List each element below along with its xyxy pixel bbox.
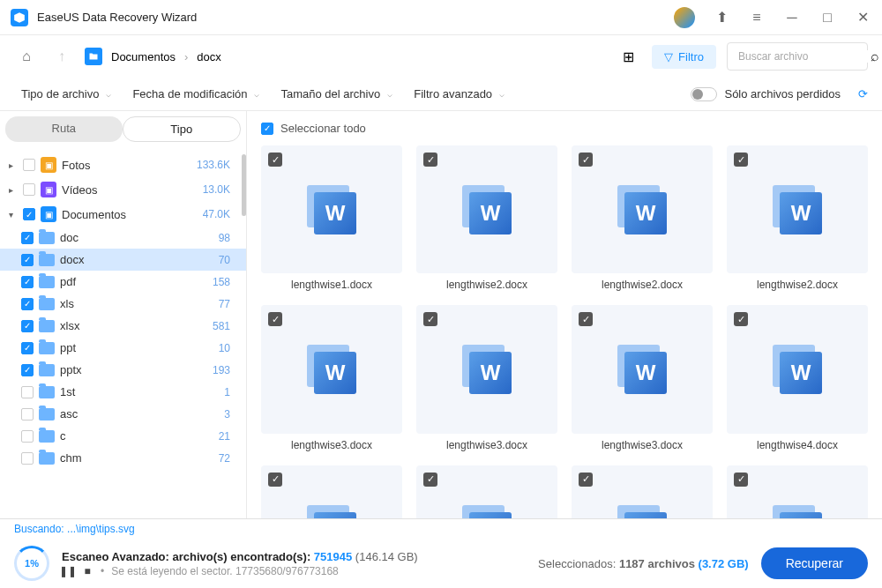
checkbox[interactable]: ✓ <box>21 232 34 244</box>
file-name: lengthwise2.docx <box>572 279 713 291</box>
breadcrumb-root[interactable]: Documentos <box>111 50 176 63</box>
file-card[interactable]: ✓ W <box>572 465 713 518</box>
home-button[interactable]: ⌂ <box>14 44 39 69</box>
file-checkbox[interactable]: ✓ <box>423 312 437 326</box>
close-icon[interactable]: ✕ <box>854 9 871 26</box>
file-card[interactable]: ✓ W lengthwise3.docx <box>261 305 402 450</box>
checkbox[interactable]: ✓ <box>21 254 34 266</box>
caret-icon[interactable]: ▸ <box>9 185 18 195</box>
checkbox[interactable] <box>21 408 34 421</box>
checkbox[interactable] <box>21 430 34 443</box>
file-thumb[interactable]: ✓ W <box>572 145 713 273</box>
tree-subfolder[interactable]: ✓ xls 77 <box>0 293 246 315</box>
pause-button[interactable]: ❚❚ <box>62 565 74 577</box>
tree-category[interactable]: ▸ ▣ Fotos 133.6K <box>0 153 246 177</box>
tree-subfolder[interactable]: ✓ ppt 10 <box>0 337 246 359</box>
recover-button[interactable]: Recuperar <box>761 547 868 579</box>
file-checkbox[interactable]: ✓ <box>268 473 282 487</box>
checkbox[interactable] <box>21 386 34 398</box>
checkbox[interactable]: ✓ <box>21 320 34 332</box>
file-thumb[interactable]: ✓ W <box>727 305 868 433</box>
file-checkbox[interactable]: ✓ <box>579 153 593 167</box>
lost-only-toggle[interactable]: Sólo archivos perdidos <box>691 87 841 101</box>
file-card[interactable]: ✓ W lengthwise3.docx <box>416 305 557 450</box>
tree-subfolder[interactable]: ✓ xlsx 581 <box>0 315 246 337</box>
maximize-icon[interactable]: □ <box>818 9 836 26</box>
tree-subfolder[interactable]: c 21 <box>0 425 246 447</box>
file-thumb[interactable]: ✓ W <box>261 305 402 433</box>
tab-type[interactable]: Tipo <box>123 116 242 142</box>
tree-subfolder[interactable]: ✓ pdf 158 <box>0 271 246 293</box>
checkbox[interactable]: ✓ <box>21 298 34 310</box>
tree-category[interactable]: ▸ ▣ Vídeos 13.0K <box>0 177 246 202</box>
folder-icon <box>39 298 55 310</box>
file-checkbox[interactable]: ✓ <box>423 153 437 167</box>
file-checkbox[interactable]: ✓ <box>734 153 748 167</box>
tree-subfolder[interactable]: ✓ pptx 193 <box>0 359 246 381</box>
file-checkbox[interactable]: ✓ <box>579 312 593 326</box>
checkbox[interactable]: ✓ <box>23 208 35 220</box>
tree-subfolder[interactable]: chm 72 <box>0 447 246 469</box>
minimize-icon[interactable]: ─ <box>783 9 801 26</box>
checkbox[interactable] <box>23 183 35 196</box>
scrollbar[interactable] <box>242 154 246 216</box>
select-all-checkbox[interactable]: ✓ <box>261 123 273 135</box>
filter-advanced[interactable]: Filtro avanzado⌵ <box>407 87 512 100</box>
caret-icon[interactable]: ▸ <box>9 160 18 170</box>
tree-category[interactable]: ▾ ✓ ▣ Documentos 47.0K <box>0 202 246 227</box>
checkbox[interactable]: ✓ <box>21 364 34 376</box>
toggle-switch[interactable] <box>691 87 717 101</box>
grid-view-button[interactable]: ⊞ <box>615 43 641 70</box>
file-checkbox[interactable]: ✓ <box>579 473 593 487</box>
tree-subfolder[interactable]: ✓ docx 70 <box>0 249 246 271</box>
file-checkbox[interactable]: ✓ <box>268 153 282 167</box>
avatar[interactable] <box>674 7 695 28</box>
checkbox[interactable]: ✓ <box>21 276 34 288</box>
folder-icon <box>39 452 55 465</box>
file-thumb[interactable]: ✓ W <box>261 465 402 518</box>
file-card[interactable]: ✓ W <box>261 465 402 518</box>
caret-icon[interactable]: ▾ <box>9 210 18 220</box>
file-thumb[interactable]: ✓ W <box>572 465 713 518</box>
up-button[interactable]: ↑ <box>49 44 74 69</box>
file-card[interactable]: ✓ W lengthwise4.docx <box>727 305 868 450</box>
checkbox[interactable] <box>23 159 35 171</box>
tree-subfolder[interactable]: 1st 1 <box>0 381 246 403</box>
tab-path[interactable]: Ruta <box>5 116 123 142</box>
file-checkbox[interactable]: ✓ <box>734 312 748 326</box>
file-thumb[interactable]: ✓ W <box>261 145 402 273</box>
file-card[interactable]: ✓ W <box>416 465 557 518</box>
file-card[interactable]: ✓ W lengthwise2.docx <box>727 145 868 291</box>
select-all[interactable]: ✓ Seleccionar todo <box>247 111 882 145</box>
file-checkbox[interactable]: ✓ <box>268 312 282 326</box>
file-thumb[interactable]: ✓ W <box>572 305 713 433</box>
filter-type[interactable]: Tipo de archivo⌵ <box>14 87 118 100</box>
file-card[interactable]: ✓ W lengthwise2.docx <box>416 145 557 291</box>
share-icon[interactable]: ⬆ <box>713 9 730 26</box>
filter-button[interactable]: ▽ Filtro <box>652 45 716 69</box>
stop-button[interactable]: ■ <box>81 565 93 577</box>
file-thumb[interactable]: ✓ W <box>727 145 868 273</box>
file-checkbox[interactable]: ✓ <box>734 473 748 487</box>
file-thumb[interactable]: ✓ W <box>416 305 557 433</box>
file-checkbox[interactable]: ✓ <box>423 473 437 487</box>
filter-size[interactable]: Tamaño del archivo⌵ <box>273 87 400 100</box>
tree-subfolder[interactable]: ✓ doc 98 <box>0 227 246 249</box>
file-thumb[interactable]: ✓ W <box>727 465 868 518</box>
checkbox[interactable]: ✓ <box>21 342 34 354</box>
checkbox[interactable] <box>21 452 34 465</box>
file-card[interactable]: ✓ W <box>727 465 868 518</box>
file-card[interactable]: ✓ W lengthwise3.docx <box>572 305 713 450</box>
view-mode-icon[interactable]: ⟳ <box>858 87 868 100</box>
file-card[interactable]: ✓ W lengthwise1.docx <box>261 145 402 291</box>
tree-subfolder[interactable]: asc 3 <box>0 403 246 425</box>
file-thumb[interactable]: ✓ W <box>416 145 557 273</box>
menu-icon[interactable]: ≡ <box>748 9 766 26</box>
tree-label: Vídeos <box>62 183 198 197</box>
filter-modified[interactable]: Fecha de modificación⌵ <box>125 87 266 100</box>
search-input[interactable] <box>738 50 871 63</box>
search-icon[interactable]: ⌕ <box>871 48 879 64</box>
file-thumb[interactable]: ✓ W <box>416 465 557 518</box>
search-box[interactable]: ⌕ <box>727 42 868 71</box>
file-card[interactable]: ✓ W lengthwise2.docx <box>572 145 713 291</box>
